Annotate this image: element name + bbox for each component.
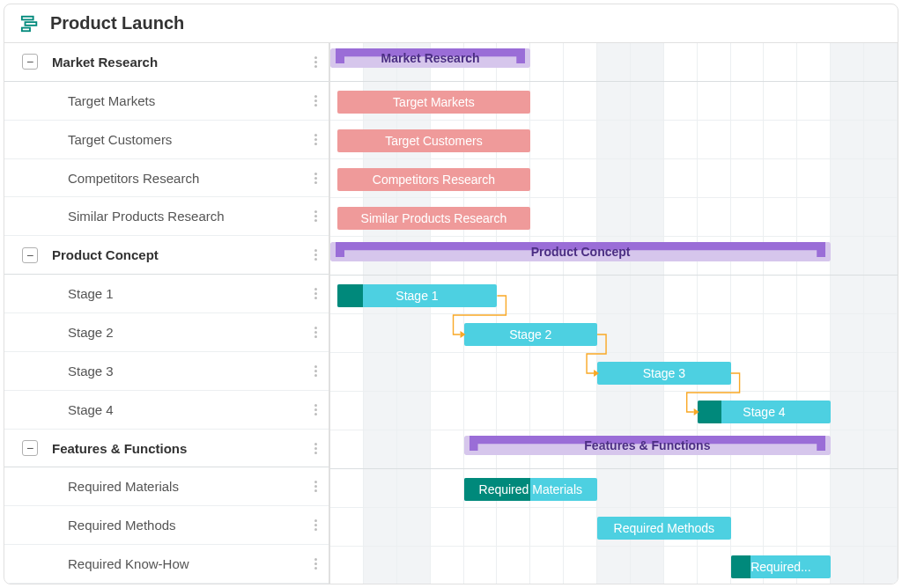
collapse-toggle[interactable]: −: [22, 247, 38, 263]
task-row[interactable]: Stage 2: [4, 313, 329, 352]
bar-label: Stage 2: [502, 327, 558, 342]
task-bar[interactable]: Stage 2: [464, 323, 598, 346]
gantt-app: Product Launch −Market ResearchTarget Ma…: [4, 4, 898, 584]
bar-label: Stage 4: [736, 405, 792, 419]
row-label: Target Customers: [68, 132, 309, 147]
task-bar[interactable]: Target Customers: [337, 129, 531, 152]
task-row[interactable]: Required Materials: [4, 467, 329, 506]
drag-handle-icon[interactable]: [309, 327, 322, 338]
row-label: Product Concept: [52, 247, 309, 262]
gantt-row: Target Customers: [330, 121, 898, 159]
task-group-row[interactable]: −Product Concept: [4, 236, 329, 275]
row-label: Stage 4: [68, 402, 309, 417]
task-row[interactable]: Required Methods: [4, 506, 329, 545]
task-row[interactable]: Stage 3: [4, 352, 329, 391]
row-label: Stage 2: [68, 325, 309, 340]
bar-label: Stage 3: [636, 366, 692, 380]
bar-label: Required...: [743, 560, 817, 574]
gantt-row: Stage 2: [330, 314, 898, 353]
row-label: Market Research: [52, 55, 309, 70]
row-label: Stage 1: [68, 286, 309, 301]
progress-fill: [337, 284, 363, 307]
app-header: Product Launch: [4, 4, 898, 43]
gantt-row: Features & Functions: [330, 430, 898, 469]
task-row[interactable]: Stage 4: [4, 391, 329, 430]
drag-handle-icon[interactable]: [309, 443, 322, 454]
progress-fill: [698, 401, 721, 423]
bar-label: Competitors Research: [366, 173, 502, 187]
drag-handle-icon[interactable]: [309, 558, 322, 570]
task-bar[interactable]: Similar Products Research: [337, 207, 531, 230]
bar-label: Similar Products Research: [354, 211, 514, 225]
row-label: Required Materials: [68, 479, 309, 494]
gantt-row: Required Materials: [330, 469, 898, 508]
drag-handle-icon[interactable]: [309, 365, 322, 377]
gantt-rows: Market ResearchTarget MarketsTarget Cust…: [330, 43, 898, 584]
gantt-row: Similar Products Research: [330, 198, 898, 237]
gantt-row: Product Concept: [330, 237, 898, 276]
task-row[interactable]: Required Know-How: [4, 545, 329, 584]
row-label: Required Methods: [68, 518, 309, 533]
svg-rect-2: [22, 27, 30, 31]
row-label: Stage 3: [68, 364, 309, 379]
task-bar[interactable]: Required Methods: [597, 517, 731, 540]
drag-handle-icon[interactable]: [309, 95, 322, 107]
bar-label: Required Materials: [472, 482, 590, 496]
gantt-row: Market Research: [330, 43, 898, 82]
gantt-icon: [20, 14, 40, 33]
drag-handle-icon[interactable]: [309, 210, 322, 222]
drag-handle-icon[interactable]: [309, 56, 322, 68]
svg-rect-0: [22, 16, 33, 19]
gantt-row: Target Markets: [330, 82, 898, 121]
collapse-toggle[interactable]: −: [22, 54, 38, 70]
drag-handle-icon[interactable]: [309, 173, 322, 184]
drag-handle-icon[interactable]: [309, 288, 322, 299]
drag-handle-icon[interactable]: [309, 404, 322, 415]
row-label: Competitors Research: [68, 171, 309, 186]
task-bar[interactable]: Stage 1: [337, 284, 498, 307]
task-bar[interactable]: Stage 4: [698, 401, 832, 423]
gantt-row: Competitors Research: [330, 159, 898, 198]
bar-label: Features & Functions: [584, 438, 710, 452]
task-row[interactable]: Target Customers: [4, 121, 329, 159]
bar-label: Market Research: [381, 51, 480, 65]
bar-label: Required Methods: [607, 521, 721, 535]
task-group-row[interactable]: −Features & Functions: [4, 430, 329, 468]
row-label: Target Markets: [68, 93, 309, 108]
collapse-toggle[interactable]: −: [22, 440, 38, 456]
page-title: Product Launch: [50, 13, 184, 33]
gantt-row: Stage 3: [330, 353, 898, 392]
summary-bar[interactable]: Market Research: [330, 48, 530, 68]
task-row[interactable]: Similar Products Research: [4, 197, 329, 236]
row-label: Required Know-How: [68, 556, 309, 571]
gantt-body: −Market ResearchTarget MarketsTarget Cus…: [4, 43, 898, 584]
gantt-row: Required...: [330, 547, 898, 584]
bar-label: Product Concept: [531, 245, 631, 259]
drag-handle-icon[interactable]: [309, 481, 322, 492]
bar-label: Stage 1: [388, 289, 445, 303]
task-bar[interactable]: Competitors Research: [337, 168, 531, 191]
task-bar[interactable]: Required...: [731, 555, 832, 578]
svg-rect-1: [26, 22, 37, 26]
drag-handle-icon[interactable]: [309, 519, 322, 531]
task-row[interactable]: Stage 1: [4, 275, 329, 313]
task-group-row[interactable]: −Market Research: [4, 43, 329, 82]
summary-bar[interactable]: Product Concept: [330, 242, 831, 261]
drag-handle-icon[interactable]: [309, 249, 322, 261]
gantt-row: Stage 1: [330, 276, 898, 314]
task-bar[interactable]: Stage 3: [597, 362, 731, 385]
summary-bar[interactable]: Features & Functions: [464, 436, 832, 455]
row-label: Similar Products Research: [68, 209, 309, 224]
bar-label: Target Customers: [378, 134, 489, 148]
drag-handle-icon[interactable]: [309, 134, 322, 145]
task-bar[interactable]: Target Markets: [337, 91, 531, 114]
gantt-row: Stage 4: [330, 392, 898, 430]
bar-label: Target Markets: [386, 95, 482, 109]
task-row[interactable]: Competitors Research: [4, 159, 329, 198]
gantt-row: Required Methods: [330, 508, 898, 547]
task-list-panel: −Market ResearchTarget MarketsTarget Cus…: [4, 43, 330, 584]
timeline-panel[interactable]: Market ResearchTarget MarketsTarget Cust…: [330, 43, 898, 584]
task-bar[interactable]: Required Materials: [464, 478, 598, 501]
row-label: Features & Functions: [52, 441, 309, 456]
task-row[interactable]: Target Markets: [4, 82, 329, 121]
